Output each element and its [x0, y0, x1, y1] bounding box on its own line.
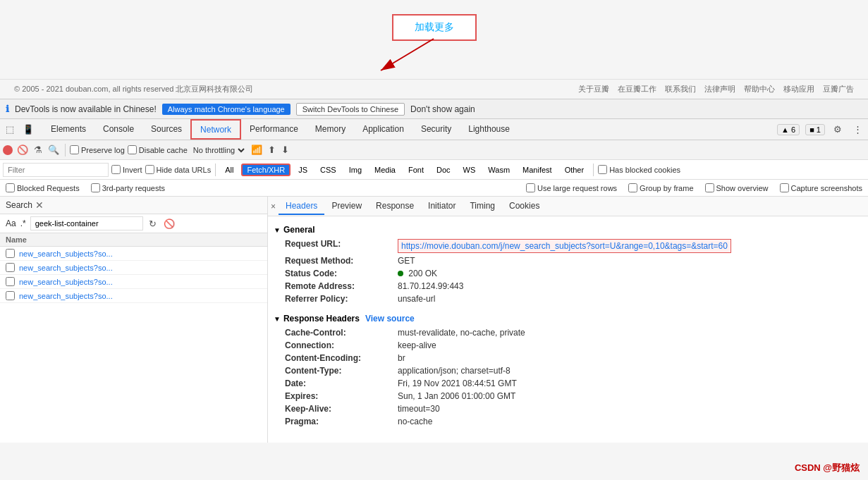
has-blocked-label[interactable]: Has blocked cookies: [598, 165, 680, 174]
footer-link-mobile[interactable]: 移动应用: [783, 84, 814, 94]
show-overview-checkbox[interactable]: [705, 183, 714, 192]
general-section-header[interactable]: ▼ General: [274, 222, 862, 238]
connection-label: Connection:: [285, 340, 398, 350]
invert-checkbox[interactable]: [111, 165, 121, 174]
disable-cache-checkbox[interactable]: [128, 145, 137, 154]
show-overview-label[interactable]: Show overview: [705, 183, 769, 192]
group-by-frame-checkbox[interactable]: [628, 183, 637, 192]
filter-type-manifest[interactable]: Manifest: [518, 164, 557, 176]
filter-type-font[interactable]: Font: [403, 164, 429, 176]
clear-search-icon[interactable]: 🚫: [162, 217, 176, 230]
item-checkbox-4[interactable]: [6, 291, 15, 300]
view-source-link[interactable]: View source: [365, 314, 415, 324]
dont-show-btn[interactable]: Don't show again: [410, 104, 475, 114]
filter-type-other[interactable]: Other: [560, 164, 589, 176]
third-party-label[interactable]: 3rd-party requests: [91, 183, 165, 192]
filter-type-media[interactable]: Media: [369, 164, 401, 176]
disable-cache-text: Disable cache: [139, 146, 188, 154]
refresh-search-icon[interactable]: ↻: [147, 217, 158, 230]
filter-type-img[interactable]: Img: [344, 164, 367, 176]
filter-type-js[interactable]: JS: [293, 164, 312, 176]
item-checkbox-3[interactable]: [6, 277, 15, 286]
search-label: Search: [6, 200, 32, 210]
aa-label: Aa: [6, 219, 16, 228]
detail-tab-timing[interactable]: Timing: [463, 198, 502, 215]
disable-cache-label[interactable]: Disable cache: [128, 145, 188, 154]
download-icon[interactable]: ⬇: [280, 143, 291, 156]
tab-application[interactable]: Application: [354, 119, 412, 140]
tab-performance[interactable]: Performance: [241, 119, 307, 140]
preserve-log-label[interactable]: Preserve log: [70, 145, 125, 154]
filter-icon[interactable]: ⚗: [32, 143, 44, 156]
search-input[interactable]: [30, 216, 143, 230]
item-checkbox-1[interactable]: [6, 249, 15, 258]
large-rows-checkbox[interactable]: [526, 183, 535, 192]
footer-link-work[interactable]: 在豆瓣工作: [618, 84, 656, 94]
filter-type-ws[interactable]: WS: [458, 164, 481, 176]
search-close-button[interactable]: ✕: [35, 199, 44, 211]
record-button[interactable]: [3, 145, 13, 155]
footer-link-ads[interactable]: 豆瓣广告: [823, 84, 854, 94]
list-item[interactable]: new_search_subjects?so...: [0, 261, 267, 275]
filter-type-fetch-xhr[interactable]: Fetch/XHR: [241, 164, 291, 176]
tab-sources[interactable]: Sources: [142, 119, 190, 140]
upload-icon[interactable]: ⬆: [267, 143, 277, 156]
filter-type-doc[interactable]: Doc: [432, 164, 456, 176]
content-type-label: Content-Type:: [285, 366, 398, 376]
response-headers-section-header[interactable]: ▼ Response Headers View source: [274, 311, 862, 326]
filter-type-all[interactable]: All: [220, 164, 238, 176]
tab-console[interactable]: Console: [94, 119, 142, 140]
device-icon[interactable]: 📱: [20, 123, 37, 136]
item-checkbox-2[interactable]: [6, 263, 15, 272]
capture-screenshots-checkbox[interactable]: [780, 183, 789, 192]
switch-chinese-btn[interactable]: Switch DevTools to Chinese: [296, 103, 405, 116]
tab-network[interactable]: Network: [190, 119, 241, 140]
more-icon[interactable]: ⋮: [850, 123, 865, 136]
has-blocked-checkbox[interactable]: [598, 165, 607, 174]
footer-link-help[interactable]: 帮助中心: [744, 84, 775, 94]
detail-tab-response[interactable]: Response: [369, 198, 421, 215]
third-party-checkbox[interactable]: [91, 183, 100, 192]
filter-type-wasm[interactable]: Wasm: [483, 164, 515, 176]
capture-screenshots-label[interactable]: Capture screenshots: [780, 183, 863, 192]
list-item[interactable]: new_search_subjects?so...: [0, 275, 267, 289]
tab-memory[interactable]: Memory: [307, 119, 354, 140]
detail-tab-preview[interactable]: Preview: [324, 198, 369, 215]
clear-button[interactable]: 🚫: [16, 143, 30, 156]
request-method-row: Request Method: GET: [274, 254, 862, 267]
large-rows-label[interactable]: Use large request rows: [526, 183, 617, 192]
content-encoding-label: Content-Encoding:: [285, 353, 398, 363]
tab-lighthouse[interactable]: Lighthouse: [460, 119, 518, 140]
search-icon[interactable]: 🔍: [47, 143, 61, 156]
hide-data-urls-checkbox[interactable]: [145, 165, 154, 174]
footer-link-contact[interactable]: 联系我们: [665, 84, 696, 94]
options-bar: Blocked Requests 3rd-party requests Use …: [0, 180, 868, 197]
list-item[interactable]: new_search_subjects?so...: [0, 247, 267, 261]
footer-link-about[interactable]: 关于豆瓣: [578, 84, 609, 94]
footer-link-legal[interactable]: 法律声明: [704, 84, 735, 94]
tab-elements[interactable]: Elements: [42, 119, 94, 140]
detail-tab-cookies[interactable]: Cookies: [502, 198, 546, 215]
inspect-icon[interactable]: ⬚: [3, 123, 17, 136]
detail-tab-headers[interactable]: Headers: [279, 198, 324, 215]
blocked-requests-checkbox[interactable]: [6, 183, 15, 192]
detail-tab-initiator[interactable]: Initiator: [421, 198, 463, 215]
tab-security[interactable]: Security: [412, 119, 460, 140]
blocked-requests-label[interactable]: Blocked Requests: [6, 183, 80, 192]
group-by-frame-label[interactable]: Group by frame: [628, 183, 693, 192]
error-badge: ▲ 6: [777, 124, 800, 135]
general-section-label: General: [283, 225, 315, 235]
preserve-log-checkbox[interactable]: [70, 145, 79, 154]
load-more-button[interactable]: 加载更多: [392, 14, 477, 41]
hide-data-urls-label[interactable]: Hide data URLs: [145, 165, 212, 174]
filter-input[interactable]: [3, 163, 109, 177]
throttle-select[interactable]: No throttling Fast 3G Slow 3G: [190, 145, 247, 155]
list-item[interactable]: new_search_subjects?so...: [0, 289, 267, 303]
always-match-btn[interactable]: Always match Chrome's language: [162, 104, 291, 115]
filter-type-css[interactable]: CSS: [315, 164, 341, 176]
detail-close-button[interactable]: ×: [271, 202, 276, 211]
item-name-1: new_search_subjects?so...: [19, 250, 113, 258]
wifi-icon[interactable]: 📶: [250, 143, 264, 156]
settings-icon[interactable]: ⚙: [831, 123, 845, 136]
invert-label[interactable]: Invert: [111, 165, 142, 174]
